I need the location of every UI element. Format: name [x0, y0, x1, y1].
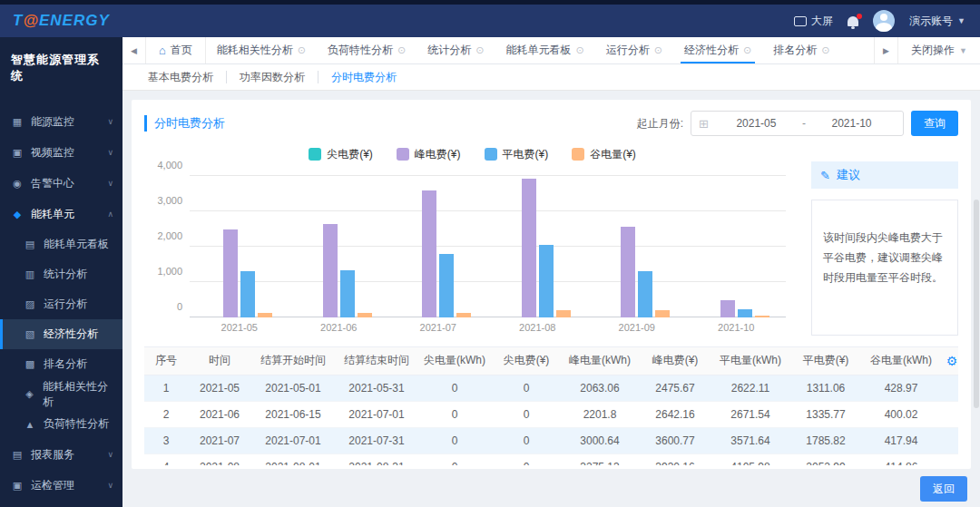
bar[interactable]	[439, 254, 454, 317]
bar[interactable]	[323, 224, 338, 317]
sidebar-item-label: 告警中心	[31, 176, 74, 191]
start-month-value[interactable]: 2021-05	[712, 117, 800, 130]
month-range-picker[interactable]: ⊞ 2021-05 - 2021-10	[691, 111, 904, 136]
legend-item[interactable]: 峰电费(¥)	[397, 147, 461, 162]
table-row[interactable]: 12021-052021-05-012021-05-31002063.06247…	[144, 375, 958, 401]
table-cell: 2021-07	[188, 427, 251, 453]
bar[interactable]	[621, 227, 635, 317]
sidebar-item-energy-unit[interactable]: ◆能耗单元∧	[0, 199, 122, 229]
tab-close-icon[interactable]: ⊙	[654, 44, 662, 56]
table-cell: 0	[418, 401, 491, 427]
sidebar-item-unit-dashboard[interactable]: ▤能耗单元看板	[0, 229, 122, 259]
user-avatar[interactable]	[873, 10, 895, 32]
tab-home[interactable]: ⌂ 首页	[146, 37, 206, 63]
x-axis-tick-label: 2021-09	[587, 322, 687, 333]
tab-load-analysis[interactable]: 负荷特性分析⊙	[317, 37, 416, 63]
sidebar-item-energy-monitor[interactable]: ▦能源监控∨	[0, 106, 122, 137]
tabs-scroll-right-icon[interactable]: ▶	[874, 37, 897, 63]
date-range-label: 起止月份:	[637, 116, 683, 132]
sidebar-item-operation-analysis[interactable]: ▨运行分析	[0, 289, 122, 319]
home-icon: ⌂	[159, 44, 166, 57]
sidebar-item-alarm-center[interactable]: ◉告警中心∨	[0, 168, 122, 199]
bar[interactable]	[422, 190, 436, 317]
notifications-button[interactable]	[848, 16, 858, 26]
bar[interactable]	[522, 179, 536, 317]
sidebar-item-correlation-analysis[interactable]: ◈能耗相关性分析	[0, 379, 122, 409]
sidebar-item-ranking-analysis[interactable]: ▩排名分析	[0, 349, 122, 379]
tab-unit-dashboard[interactable]: 能耗单元看板⊙	[495, 37, 595, 63]
sidebar-item-label: 负荷特性分析	[44, 416, 109, 432]
tab-close-icon[interactable]: ⊙	[298, 44, 306, 56]
bar[interactable]	[358, 313, 372, 317]
scrollbar[interactable]	[974, 200, 979, 408]
sidebar-item-load-analysis[interactable]: ▲负荷特性分析	[0, 409, 122, 439]
tab-close-icon[interactable]: ⊙	[475, 44, 484, 56]
y-axis-tick-label: 2,000	[157, 230, 182, 241]
big-screen-label: 大屏	[811, 14, 833, 29]
video-monitor-icon: ▣	[11, 147, 24, 159]
tab-economic-analysis[interactable]: 经济性分析⊙	[673, 37, 762, 63]
bar[interactable]	[755, 316, 769, 317]
bar[interactable]	[738, 309, 752, 317]
sub-tab-bar: 基本电费分析功率因数分析分时电费分析	[122, 64, 980, 91]
end-month-value[interactable]: 2021-10	[808, 117, 896, 130]
back-button[interactable]: 返回	[920, 476, 967, 502]
content-area: 分时电费分析 起止月份: ⊞ 2021-05 - 2021-10 查询	[122, 91, 980, 507]
legend-label: 峰电费(¥)	[415, 147, 461, 162]
query-button[interactable]: 查询	[911, 111, 958, 136]
table-row[interactable]: 42021-082021-08-012021-08-31003275.13393…	[144, 453, 958, 465]
tab-close-icon[interactable]: ⊙	[397, 44, 406, 56]
bar[interactable]	[223, 229, 238, 317]
legend-swatch-icon	[485, 148, 497, 161]
sidebar-item-economic-analysis[interactable]: ▧经济性分析	[0, 319, 122, 349]
table-settings-gear-icon[interactable]: ⚙	[946, 354, 958, 368]
table-cell: 2021-05	[188, 375, 251, 401]
table-cell: 400.02	[863, 401, 939, 427]
sidebar-item-video-monitor[interactable]: ▣视频监控∨	[0, 137, 122, 168]
tab-ranking-analysis[interactable]: 排名分析⊙	[762, 37, 840, 63]
date-filter: 起止月份: ⊞ 2021-05 - 2021-10 查询	[637, 111, 958, 136]
tabs-scroll-left-icon[interactable]: ◀	[122, 37, 146, 63]
table-cell: 2021-08-31	[335, 453, 418, 465]
bar[interactable]	[556, 310, 571, 317]
tab-close-icon[interactable]: ⊙	[576, 44, 584, 56]
subtab-time-of-use[interactable]: 分时电费分析	[318, 71, 409, 83]
bar[interactable]	[720, 300, 735, 317]
table-cell: 2021-07-01	[251, 427, 335, 453]
table-cell: 2201.8	[562, 401, 638, 427]
sidebar-item-maintenance-mgmt[interactable]: ▣运检管理∨	[0, 470, 122, 501]
subtab-basic-fee[interactable]: 基本电费分析	[135, 71, 227, 83]
bar[interactable]	[258, 313, 272, 317]
home-tab-label: 首页	[171, 43, 192, 58]
bar[interactable]	[638, 271, 652, 317]
bar[interactable]	[539, 245, 554, 317]
sidebar-item-report-service[interactable]: ▤报表服务∨	[0, 439, 122, 470]
bar-chart: 01,0002,0003,0004,0002021-052021-062021-…	[150, 172, 795, 337]
tab-close-icon[interactable]: ⊙	[743, 44, 751, 56]
suggestion-panel: ✎ 建议 该时间段内尖峰电费大于平谷电费，建议调整尖峰时段用电量至平谷时段。	[811, 161, 958, 337]
tab-operation-analysis[interactable]: 运行分析⊙	[595, 37, 673, 63]
tab-correlation-analysis[interactable]: 能耗相关性分析⊙	[206, 37, 317, 63]
sidebar-item-front-system[interactable]: ▦前置系统∨	[0, 501, 122, 507]
tab-stats-analysis[interactable]: 统计分析⊙	[416, 37, 495, 63]
big-screen-button[interactable]: 大屏	[794, 14, 833, 29]
table-body: 12021-052021-05-012021-05-31002063.06247…	[144, 375, 958, 465]
legend-swatch-icon	[572, 148, 584, 161]
table-cell: 2021-07-31	[335, 427, 418, 453]
table-row[interactable]: 32021-072021-07-012021-07-31003000.64360…	[144, 427, 958, 453]
table-row[interactable]: 22021-062021-06-152021-07-01002201.82642…	[144, 401, 958, 427]
bar[interactable]	[655, 310, 670, 317]
subtab-power-factor[interactable]: 功率因数分析	[227, 71, 318, 83]
table-cell: 1311.06	[789, 375, 863, 401]
table-cell: 0	[491, 453, 562, 465]
account-menu[interactable]: 演示账号 ▼	[909, 14, 965, 29]
close-operations-menu[interactable]: 关闭操作 ▼	[897, 37, 980, 63]
legend-item[interactable]: 尖电费(¥)	[309, 147, 373, 162]
bar[interactable]	[340, 270, 355, 317]
legend-item[interactable]: 平电费(¥)	[485, 147, 549, 162]
sidebar-item-stats-analysis[interactable]: ▥统计分析	[0, 259, 122, 289]
bar[interactable]	[240, 271, 255, 317]
tab-close-icon[interactable]: ⊙	[821, 44, 829, 56]
legend-item[interactable]: 谷电量(¥)	[572, 147, 636, 162]
bar[interactable]	[456, 313, 471, 317]
